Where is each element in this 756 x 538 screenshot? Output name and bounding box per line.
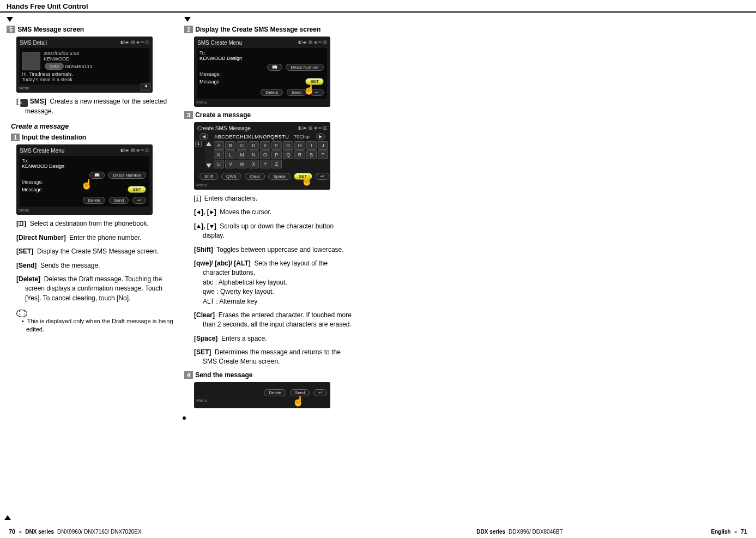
key-j[interactable]: J bbox=[318, 141, 328, 150]
message-value: Message bbox=[199, 79, 220, 84]
page-number-right: 71 bbox=[741, 528, 747, 535]
triangle-left-icon bbox=[196, 210, 201, 215]
send-button[interactable]: Send bbox=[109, 197, 129, 204]
status-icons: ▮▯◂▸ ▤ ◈ ═ ▯▯ bbox=[298, 125, 327, 131]
layout-desc: [qwe]/ [abc]/ [ALT] Sets the key layout … bbox=[194, 259, 353, 306]
key-v[interactable]: V bbox=[225, 160, 235, 168]
step-number-4: 4 bbox=[184, 371, 193, 379]
bullet-icon: ● bbox=[734, 529, 737, 535]
phonebook-button[interactable]: 📖 bbox=[267, 64, 282, 71]
key-y[interactable]: Y bbox=[260, 160, 270, 168]
key-s[interactable]: S bbox=[306, 150, 317, 159]
callout-1-marker: 1 bbox=[195, 141, 202, 147]
key-o[interactable]: O bbox=[260, 150, 270, 159]
key-a[interactable]: A bbox=[214, 141, 224, 150]
page-footer: 70 ● DNX series DNX9960/ DNX7160/ DNX702… bbox=[0, 528, 756, 535]
dnx-series-label: DNX series bbox=[25, 529, 54, 535]
key-u[interactable]: U bbox=[214, 160, 224, 168]
key-q[interactable]: Q bbox=[283, 150, 293, 159]
page-number-left: 70 bbox=[9, 528, 15, 535]
scroll-down-icon bbox=[206, 164, 211, 168]
key-l[interactable]: L bbox=[225, 150, 235, 159]
triangle-down-icon bbox=[209, 224, 214, 229]
cursor-right-button[interactable]: ▶ bbox=[316, 133, 325, 140]
ss-title-text: SMS Detail bbox=[20, 40, 47, 46]
clear-button[interactable]: Clear bbox=[245, 173, 265, 180]
key-n[interactable]: N bbox=[249, 150, 259, 159]
to-label: To: bbox=[22, 158, 147, 164]
delete-button[interactable]: Delete bbox=[83, 197, 105, 204]
key-m[interactable]: M bbox=[237, 150, 247, 159]
key-c[interactable]: C bbox=[237, 141, 247, 150]
create-message-subheading: Create a message bbox=[11, 123, 176, 130]
scroll-up-down[interactable] bbox=[205, 141, 213, 169]
step-1-heading: 1Input the destination bbox=[11, 134, 176, 141]
svg-marker-4 bbox=[197, 225, 201, 228]
step-3-heading: 3Create a message bbox=[184, 111, 353, 119]
key-r[interactable]: R bbox=[294, 150, 305, 159]
key-x[interactable]: X bbox=[249, 160, 259, 168]
send-message-screenshot: Delete Send ↩ Menu ☝ bbox=[194, 382, 330, 408]
key-p[interactable]: P bbox=[271, 150, 282, 159]
touch-cursor-icon: ☝ bbox=[81, 178, 93, 190]
key-i[interactable]: I bbox=[306, 141, 317, 150]
key-g[interactable]: G bbox=[283, 141, 293, 150]
scroll-up-icon bbox=[206, 142, 211, 146]
key-z[interactable]: Z bbox=[271, 160, 282, 168]
back-button[interactable]: ↩ bbox=[313, 389, 327, 396]
key-w[interactable]: W bbox=[237, 160, 247, 168]
ss-create-title2: SMS Create Menu bbox=[197, 40, 242, 46]
cursor-desc: [], [] Moves the cursor. bbox=[194, 208, 353, 217]
key-f[interactable]: F bbox=[271, 141, 282, 150]
touch-cursor-icon: ☝ bbox=[301, 174, 313, 186]
set-button[interactable]: SET bbox=[128, 186, 146, 193]
detail-name: KENWOOD bbox=[44, 56, 92, 62]
space-desc: [Space] Enters a space. bbox=[194, 334, 353, 343]
cursor-left-button[interactable]: ◀ bbox=[199, 133, 208, 140]
delete-button[interactable]: Delete bbox=[264, 389, 286, 396]
touch-cursor-icon: ☝ bbox=[292, 395, 304, 407]
step-4-heading: 4Send the message bbox=[184, 371, 353, 379]
phonebook-desc: [] Select a destination from the phonebo… bbox=[16, 219, 176, 228]
direct-number-button[interactable]: Direct Number bbox=[286, 64, 324, 71]
page-header: Hands Free Unit Control bbox=[0, 0, 756, 13]
status-icons: ▮▯◂▸ ▤ ◈ ═ ▯▯ bbox=[120, 40, 149, 46]
touch-cursor-icon: ☝ bbox=[303, 83, 315, 95]
to-label: To: bbox=[199, 50, 325, 56]
shift-button[interactable]: Shift bbox=[199, 173, 218, 180]
right-column: 2Display the Create SMS Message screen S… bbox=[184, 17, 353, 538]
menu-label: Menu bbox=[19, 208, 150, 213]
detail-body-line2: Today's meal is a steak. bbox=[22, 77, 147, 82]
page-bottom-mark-icon bbox=[4, 515, 11, 524]
direct-number-button[interactable]: Direct Number bbox=[108, 172, 146, 179]
svg-rect-1 bbox=[20, 221, 23, 226]
key-t[interactable]: T bbox=[318, 150, 328, 159]
back-button[interactable] bbox=[141, 83, 150, 90]
menu-label: Menu bbox=[19, 86, 150, 90]
triangle-up-icon bbox=[196, 224, 201, 229]
to-value: KENWOOD Design bbox=[22, 164, 147, 169]
key-d[interactable]: D bbox=[249, 141, 259, 150]
back-button[interactable]: ↩ bbox=[132, 197, 146, 204]
key-h[interactable]: H bbox=[294, 141, 305, 150]
clear-desc: [Clear] Erases the entered character. If… bbox=[194, 311, 353, 330]
step-2-heading: 2Display the Create SMS Message screen bbox=[184, 26, 353, 33]
dnx-series-models: DNX9960/ DNX7160/ DNX7020EX bbox=[57, 529, 142, 535]
step-2-label: Display the Create SMS Message screen bbox=[195, 26, 320, 33]
delete-button[interactable]: Delete bbox=[261, 89, 283, 96]
key-b[interactable]: B bbox=[225, 141, 235, 150]
detail-datetime: 2007/06/03 6:54 bbox=[44, 51, 92, 56]
back-button[interactable]: ↩ bbox=[316, 173, 329, 180]
phonebook-icon bbox=[19, 221, 24, 226]
key-e[interactable]: E bbox=[260, 141, 270, 150]
continuation-mark-icon bbox=[184, 17, 191, 22]
message-label: Message: bbox=[199, 71, 325, 77]
qwe-button[interactable]: QWE bbox=[221, 173, 241, 180]
space-button[interactable]: Space bbox=[268, 173, 291, 180]
message-value: Message bbox=[22, 187, 42, 192]
key-k[interactable]: K bbox=[214, 150, 224, 159]
set-key-desc: [SET] Determines the message and returns… bbox=[194, 348, 353, 367]
sms-create-screenshot: SMS Create Menu▮▯◂▸ ▤ ◈ ═ ▯▯ To: KENWOOD… bbox=[16, 144, 153, 215]
callout-1-desc: 1 Enters characters. bbox=[194, 194, 353, 203]
create-sms-keyboard-screenshot: Create SMS Message▮▯◂▸ ▤ ◈ ═ ▯▯ ◀ ABCDEF… bbox=[194, 122, 330, 190]
